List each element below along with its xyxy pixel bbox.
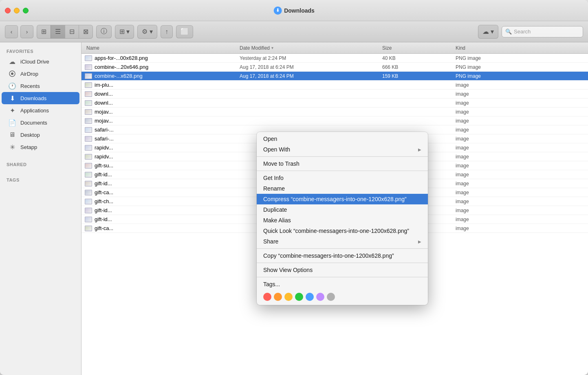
file-thumbnail [85, 181, 92, 186]
window-title: ⬇ Downloads [273, 7, 315, 15]
file-name-cell: im-plu... [81, 82, 236, 88]
context-menu-label: Quick Look “combine-messagers-into-one-1… [263, 228, 409, 234]
file-thumbnail [85, 64, 92, 70]
back-button[interactable]: ‹ [5, 25, 18, 38]
sidebar-label-recents: Recents [20, 83, 40, 89]
sidebar-item-downloads[interactable]: ⬇ Downloads [2, 92, 79, 104]
table-row[interactable]: im-plu... image [81, 81, 588, 90]
context-menu-item-open[interactable]: Open [257, 134, 428, 144]
tag-dot[interactable] [306, 293, 314, 301]
file-kind: image [452, 91, 588, 97]
context-menu-item-make-alias[interactable]: Make Alias [257, 215, 428, 226]
table-row[interactable]: downl... image [81, 99, 588, 107]
file-kind: image [452, 190, 588, 195]
sidebar-item-documents[interactable]: 📄 Documents [2, 116, 79, 129]
context-menu-item-rename[interactable]: Rename [257, 183, 428, 194]
file-size: 666 KB [379, 64, 452, 70]
context-menu-item-tags[interactable]: Tags... [257, 279, 428, 303]
tag-dot[interactable] [274, 293, 282, 301]
column-headers: Name Date Modified ▾ Size Kind [81, 42, 588, 54]
cloud-dropdown-button[interactable]: ☁ ▾ [478, 25, 498, 38]
file-name: gift-su... [95, 162, 113, 169]
downloads-icon: ⬇ [8, 94, 16, 102]
content-area: Favorites ☁ iCloud Drive AirDrop 🕐 Recen… [0, 42, 588, 375]
context-menu-label: Compress “combine-messagers-into-one-120… [263, 196, 407, 202]
sidebar-item-setapp[interactable]: ✳ Setapp [2, 141, 79, 153]
window-title-text: Downloads [284, 7, 315, 14]
col-header-size[interactable]: Size [379, 45, 452, 51]
col-header-name[interactable]: Name [81, 45, 236, 51]
context-menu-item-compress[interactable]: Compress “combine-messagers-into-one-120… [257, 194, 428, 204]
sidebar-item-icloud-drive[interactable]: ☁ iCloud Drive [2, 55, 79, 68]
file-kind: image [452, 163, 588, 169]
table-row[interactable]: downl... image [81, 90, 588, 99]
tag-dot[interactable] [295, 293, 303, 301]
forward-button[interactable]: › [20, 25, 33, 38]
sidebar-item-desktop[interactable]: 🖥 Desktop [2, 129, 79, 141]
file-kind: image [452, 127, 588, 133]
tag-dot[interactable] [263, 293, 271, 301]
file-name-cell: gift-id... [81, 216, 236, 222]
context-menu-item-open-with[interactable]: Open With ▶ [257, 144, 428, 155]
sidebar-label-applications: Applications [20, 107, 49, 114]
file-name-cell: downl... [81, 100, 236, 106]
maximize-button[interactable] [23, 8, 29, 13]
sidebar-section-title-favorites: Favorites [0, 46, 81, 55]
context-menu-item-copy[interactable]: Copy “combine-messagers-into-one-1200x62… [257, 250, 428, 261]
gallery-view-button[interactable]: ⊠ [79, 25, 92, 38]
file-kind: PNG image [452, 55, 588, 61]
close-button[interactable] [5, 8, 11, 13]
file-thumbnail [85, 163, 92, 169]
sidebar: Favorites ☁ iCloud Drive AirDrop 🕐 Recen… [0, 42, 81, 375]
list-view-button[interactable]: ☰ [51, 25, 65, 38]
tag-button[interactable]: ⬜ [176, 25, 193, 38]
context-menu-item-show-view-options[interactable]: Show View Options [257, 265, 428, 275]
context-menu-item-get-info[interactable]: Get Info [257, 173, 428, 183]
action-dropdown-button[interactable]: ⚙ ▾ [138, 25, 156, 38]
file-name-cell: rapidv... [81, 145, 236, 151]
file-name: gift-id... [95, 216, 112, 222]
search-box[interactable]: 🔍 Search [502, 26, 583, 37]
table-row[interactable]: combine-...x628.png Aug 17, 2018 at 6:24… [81, 72, 588, 81]
context-menu-item-quick-look[interactable]: Quick Look “combine-messagers-into-one-1… [257, 226, 428, 236]
table-row[interactable]: apps-for-...00x628.png Yesterday at 2:24… [81, 54, 588, 63]
file-name: gift-ca... [95, 189, 113, 195]
sidebar-label-airdrop: AirDrop [20, 71, 38, 77]
tag-dot[interactable] [284, 293, 293, 301]
file-name-cell: rapidv... [81, 154, 236, 160]
context-menu-separator [257, 263, 428, 263]
file-kind: image [452, 145, 588, 151]
tag-dot[interactable] [316, 293, 324, 301]
file-kind: image [452, 217, 588, 222]
file-kind: image [452, 82, 588, 88]
file-name: safari-... [95, 127, 114, 133]
tag-dot[interactable] [327, 293, 335, 301]
table-row[interactable]: mojav... image [81, 107, 588, 116]
table-row[interactable]: combine-...20x646.png Aug 17, 2018 at 6:… [81, 63, 588, 72]
file-thumbnail [85, 55, 92, 61]
column-view-button[interactable]: ⊟ [65, 25, 79, 38]
nav-buttons: ‹ › [5, 25, 33, 38]
share-button[interactable]: ↑ [161, 25, 173, 38]
context-menu-tags-label[interactable]: Tags... [257, 279, 428, 289]
context-menu-item-share[interactable]: Share ▶ [257, 236, 428, 247]
minimize-button[interactable] [14, 8, 20, 13]
table-row[interactable]: mojav... image [81, 116, 588, 125]
col-header-date[interactable]: Date Modified ▾ [236, 45, 379, 51]
context-menu-item-move-to-trash[interactable]: Move to Trash [257, 158, 428, 169]
icon-view-button[interactable]: ⊞ [37, 25, 51, 38]
sidebar-item-airdrop[interactable]: AirDrop [2, 68, 79, 80]
sidebar-item-applications[interactable]: ✦ Applications [2, 104, 79, 116]
file-kind: image [452, 172, 588, 178]
context-menu-label: Open [263, 136, 277, 142]
col-header-kind[interactable]: Kind [452, 45, 588, 51]
search-icon: 🔍 [505, 29, 512, 35]
applications-icon: ✦ [8, 106, 16, 114]
info-button[interactable]: ⓘ [96, 25, 112, 38]
file-kind: image [452, 100, 588, 106]
sidebar-item-recents[interactable]: 🕐 Recents [2, 80, 79, 92]
file-thumbnail [85, 190, 92, 195]
tags-label: Tags... [263, 281, 280, 287]
group-by-button[interactable]: ⊞ ▾ [115, 25, 134, 38]
context-menu-item-duplicate[interactable]: Duplicate [257, 204, 428, 215]
